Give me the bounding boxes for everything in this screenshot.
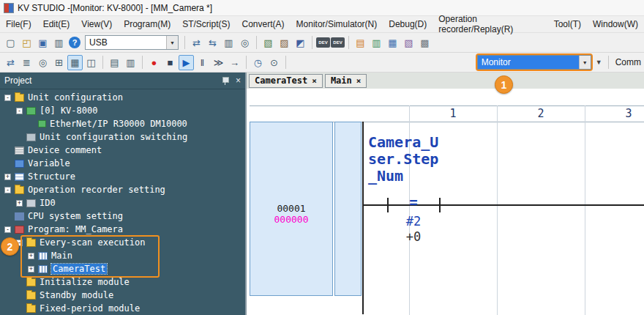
tree-item-cpu-system-setting[interactable]: CPU system setting — [0, 210, 245, 223]
ladder-edit-icon[interactable]: ⊞ — [51, 55, 67, 70]
usb-port-combobox[interactable]: USB ▼ — [85, 35, 179, 50]
chevron-down-icon[interactable]: ▼ — [166, 36, 178, 49]
close-icon[interactable]: × — [236, 76, 241, 85]
menu-item-debug[interactable]: Debug(D) — [383, 17, 433, 32]
free-registration-icon[interactable]: ▥ — [369, 35, 384, 51]
menu-item-st-script[interactable]: ST/Script(S) — [176, 17, 236, 32]
device-usage-icon[interactable]: ▥ — [123, 55, 138, 70]
pin-icon[interactable] — [222, 77, 228, 85]
menu-item-convert[interactable]: Convert(A) — [236, 17, 291, 32]
paste-icon[interactable]: ▥ — [51, 35, 67, 51]
menu-item-monitor-simulator[interactable]: Monitor/Simulator(N) — [291, 17, 383, 32]
collapse-icon[interactable]: - — [4, 226, 11, 233]
tree-item-cameratest[interactable]: +CameraTest — [0, 262, 245, 275]
menu-item-view[interactable]: View(V) — [75, 17, 118, 32]
collapse-icon[interactable]: - — [16, 108, 23, 114]
tree-item-every-scan-execution[interactable]: -Every-scan execution — [0, 236, 245, 249]
open-project-icon[interactable]: ◰ — [19, 35, 34, 51]
monitor-mode-annotation-box: Monitor ▼ — [476, 53, 593, 71]
structure-icon — [15, 173, 24, 181]
tree-item-main[interactable]: +Main — [0, 249, 245, 262]
monitor-mode-combobox[interactable]: Monitor ▼ — [477, 55, 591, 70]
timer-icon[interactable]: ◷ — [250, 55, 266, 70]
close-icon[interactable]: × — [312, 76, 317, 86]
ladder-monitor-toggle[interactable]: ▦ — [67, 55, 83, 70]
new-project-icon[interactable]: ▢ — [3, 35, 18, 51]
tree-item-initialize-module[interactable]: Initialize module — [0, 275, 245, 289]
tab-cameratest[interactable]: CameraTest × — [249, 74, 323, 88]
close-icon[interactable]: × — [356, 76, 362, 86]
save-icon[interactable]: ▣ — [35, 35, 50, 51]
tab-main[interactable]: Main × — [325, 74, 367, 88]
record-button[interactable]: ● — [146, 55, 162, 70]
registration-monitor-icon[interactable]: ▤ — [353, 35, 368, 51]
tree-item-label: Unit configuration switching — [40, 132, 187, 142]
tree-item-unit-configuration-switching[interactable]: Unit configuration switching — [0, 130, 245, 144]
expand-icon[interactable]: + — [16, 200, 23, 207]
tree-item-variable[interactable]: Variable — [0, 157, 245, 170]
tree-item-structure[interactable]: +Structure — [0, 170, 245, 183]
play-button[interactable]: ▶ — [179, 55, 194, 70]
project-tree: -Unit configuration-[0] KV-8000EtherNet/… — [0, 89, 245, 315]
help-icon[interactable]: ? — [69, 37, 80, 48]
menu-item-operation-recorder-replay[interactable]: Operation recorder/Replay(R) — [433, 12, 547, 37]
rung-margin-cell[interactable] — [334, 122, 362, 296]
tree-item-operation-recorder-setting[interactable]: -Operation recorder setting — [0, 183, 245, 196]
watch-window-icon[interactable]: ▦ — [385, 35, 400, 51]
folder-icon — [26, 278, 36, 286]
convert-icon[interactable]: ⇄ — [3, 55, 18, 70]
toolbar-separator — [256, 36, 257, 49]
tree-item-fixed-period-module[interactable]: Fixed-period module — [0, 302, 245, 315]
ladder-view-icon[interactable]: ▧ — [261, 35, 276, 51]
tree-item-kv-8000[interactable]: -[0] KV-8000 — [0, 104, 245, 117]
rung-header-cell[interactable]: 00001 000000 — [250, 122, 333, 296]
trace-icon[interactable]: ⊙ — [266, 55, 282, 70]
expand-icon[interactable]: + — [28, 253, 34, 259]
registration-window-icon[interactable]: ◫ — [83, 55, 99, 70]
menu-item-window[interactable]: Window(W) — [587, 17, 644, 32]
menu-item-file[interactable]: File(F) — [0, 17, 37, 32]
collapse-icon[interactable]: - — [4, 94, 11, 101]
mode-dropdown-button[interactable]: ▼ — [594, 55, 604, 70]
transfer-to-plc-icon[interactable]: ⇄ — [189, 35, 204, 51]
comment-view-icon[interactable]: ◩ — [293, 35, 308, 51]
step-run-button[interactable]: ≫ — [211, 55, 226, 70]
tree-item-label: CPU system setting — [28, 211, 123, 221]
find-device-icon[interactable]: ◎ — [35, 55, 50, 70]
operation-recorder-icon[interactable]: ▩ — [417, 35, 433, 51]
tree-item-unit-configuration[interactable]: -Unit configuration — [0, 91, 245, 104]
tree-item-program-mm-camera[interactable]: -Program: MM_Camera — [0, 223, 245, 236]
find-icon[interactable]: ◎ — [237, 35, 252, 51]
usage-list-icon[interactable]: ▤ — [107, 55, 122, 70]
unit-monitor-icon[interactable]: ▧ — [401, 35, 416, 51]
expand-icon[interactable]: + — [28, 266, 34, 273]
instruction-list-icon[interactable]: ≣ — [19, 55, 34, 70]
mnemonic-view-icon[interactable]: ▨ — [277, 35, 292, 51]
ladder-canvas[interactable]: 1 2 3 00001 000000 Camera_U ser.Step _Nu… — [247, 89, 644, 315]
tree-item-standby-module[interactable]: Standby module — [0, 289, 245, 302]
read-from-plc-icon[interactable]: ⇆ — [205, 35, 220, 51]
tree-item-label: Variable — [28, 158, 70, 168]
stop-button[interactable]: ■ — [162, 55, 178, 70]
skip-to-end-button[interactable]: → — [227, 55, 242, 70]
tree-item-label: Operation recorder setting — [28, 185, 165, 195]
expand-icon[interactable]: + — [4, 174, 11, 180]
tree-item-label: Program: MM_Camera — [28, 224, 123, 234]
ladder-icon — [38, 265, 48, 273]
collapse-icon[interactable]: - — [4, 187, 11, 193]
device-monitor-icon[interactable]: DEV — [316, 37, 330, 48]
tree-item-label: Unit configuration — [28, 92, 123, 103]
tree-item-device-comment[interactable]: Device comment — [0, 144, 245, 157]
menu-item-tool[interactable]: Tool(T) — [548, 17, 587, 32]
tree-item-ethernet-ip[interactable]: EtherNet/IP R30000 DM10000 — [0, 117, 245, 130]
device-batch-monitor-icon[interactable]: DEV — [331, 37, 345, 48]
toolbar-icons-right: ⇄⇆▥◎▧▨◩DEVDEV▤▥▦▧▩ — [181, 35, 433, 51]
tree-item-id0[interactable]: +ID0 — [0, 196, 245, 210]
compare-operator[interactable]: = — [380, 194, 447, 210]
verify-icon[interactable]: ▥ — [221, 35, 236, 51]
menu-item-edit[interactable]: Edit(E) — [37, 17, 76, 32]
chevron-down-icon[interactable]: ▼ — [579, 56, 591, 69]
editor-tab-bar: CameraTest × Main × — [247, 73, 644, 89]
pause-button[interactable]: ‖ — [195, 55, 210, 70]
menu-item-program[interactable]: Program(M) — [118, 17, 176, 32]
